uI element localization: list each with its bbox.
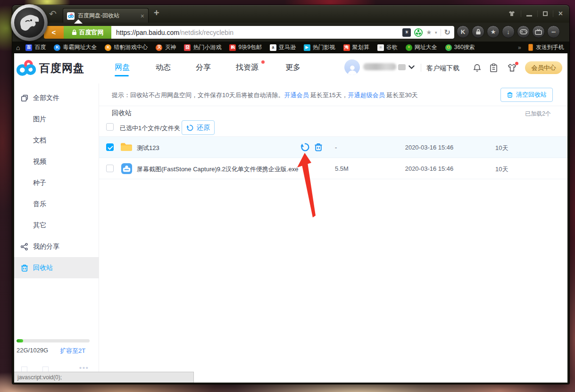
bookmarks-list: 百 百度 K 毒霸网址大全 K 猎豹游戏中心 灭 (25, 43, 516, 51)
tab-close-icon[interactable]: × (141, 12, 144, 20)
avatar[interactable] (344, 59, 360, 75)
tab-feed[interactable]: 动态 (156, 63, 171, 73)
open-svip-link[interactable]: 开通超级会员 (348, 92, 385, 99)
bookmarks-overflow-chevron[interactable]: » (518, 44, 521, 51)
bell-icon[interactable] (473, 63, 482, 73)
bookmark-item[interactable]: 百 百度 (25, 43, 46, 51)
expand-storage-link[interactable]: 扩容至2T (60, 347, 85, 355)
vip-center-button[interactable]: 会员中心 (525, 61, 562, 74)
bookmark-label: 热门影视 (313, 43, 335, 51)
restore-button[interactable]: 还原 (182, 120, 215, 135)
username-blurred (363, 63, 396, 70)
sidebar-item-images[interactable]: 图片 (14, 108, 99, 130)
table-row[interactable]: 屏幕截图(FastStone Capture)9.2汉化单文件便携企业版.exe… (99, 158, 567, 179)
games-button[interactable] (517, 25, 530, 38)
bookmark-label: 热门小游戏 (193, 43, 221, 51)
maximize-button[interactable] (543, 11, 548, 16)
row-checkbox[interactable] (106, 165, 114, 172)
bookmark-favicon-icon: 百 (25, 44, 32, 51)
sidebar-item-torrents[interactable]: 种子 (14, 172, 99, 193)
bookmark-label: 360搜索 (454, 43, 475, 51)
tab-share[interactable]: 分享 (196, 63, 211, 73)
tab-netdisk[interactable]: 网盘 (115, 63, 130, 73)
header-separator (421, 64, 421, 72)
sidebar-item-documents[interactable]: 文档 (14, 130, 99, 151)
add-bookmark-star-icon[interactable]: ★ (426, 29, 432, 36)
exe-file-icon (121, 163, 133, 175)
bookmark-item[interactable]: 灭 灭神 (156, 43, 176, 51)
privacy-lock-button[interactable] (472, 25, 484, 38)
clipboard-icon[interactable] (490, 63, 498, 73)
netdisk-header: 百度网盘 网盘 动态 分享 找资源 更多 客户端下载 (14, 53, 567, 83)
send-to-phone-button[interactable]: 发送到手机 (528, 43, 564, 51)
favorites-button[interactable]: ★ (487, 25, 500, 38)
vip-shirt-icon[interactable] (507, 63, 517, 72)
bookmark-favicon-icon: a (270, 44, 276, 51)
kingsoft-button[interactable]: K (457, 25, 469, 38)
skin-shirt-icon[interactable] (508, 10, 516, 17)
selection-info: 已选中1个文件/文件夹 (120, 124, 180, 133)
user-menu-chevron-icon[interactable] (408, 65, 415, 69)
row-delete-icon[interactable] (314, 142, 323, 152)
row-restore-icon[interactable] (300, 142, 310, 152)
tab-find-resources[interactable]: 找资源 (236, 63, 258, 73)
refresh-icon[interactable]: ↻ (444, 28, 450, 37)
open-vip-link[interactable]: 开通会员 (284, 92, 308, 99)
browser-menu-logo-icon[interactable] (11, 4, 48, 41)
url-input[interactable]: https://pan.baidu.com/netdisk/recyclebin… (111, 26, 454, 39)
bookmark-item[interactable]: ≡ 谷歌 (377, 43, 398, 51)
file-size: 5.5M (335, 165, 349, 172)
row-checkbox[interactable] (106, 143, 114, 151)
tab-more[interactable]: 更多 (285, 63, 300, 73)
bookmark-item[interactable]: a 亚马逊 (270, 43, 296, 51)
bookmark-label: 毒霸网址大全 (63, 43, 97, 51)
url-host: https://pan.baidu.com (116, 29, 179, 36)
window-controls: × (508, 10, 563, 17)
tv-button[interactable] (532, 25, 545, 38)
tab-title: 百度网盘-回收站 (78, 12, 137, 20)
browser-titlebar: ↶ 百度网盘-回收站 × + (12, 5, 569, 23)
bookmark-item[interactable]: 囧 热门小游戏 (184, 43, 221, 51)
url-path: /netdisk/recyclebin (179, 29, 233, 36)
file-name[interactable]: 屏幕截图(FastStone Capture)9.2汉化单文件便携企业版.exe (137, 165, 298, 174)
file-name[interactable]: 测试123 (137, 144, 159, 152)
bookmark-item[interactable]: 购 9块9包邮 (229, 43, 261, 51)
sidebar-item-videos[interactable]: 视频 (14, 151, 99, 172)
titlebar-back-icon[interactable]: ↶ (49, 8, 57, 19)
trash-icon (507, 92, 513, 98)
minimize-button[interactable] (526, 15, 532, 17)
bookmark-item[interactable]: K 毒霸网址大全 (54, 43, 97, 51)
phone-icon (528, 44, 533, 51)
sidebar-item-all-files[interactable]: 全部文件 (14, 87, 99, 108)
site-verified-badge[interactable]: 百度官网 (64, 26, 111, 39)
night-mode-icon[interactable]: ☀ (402, 28, 411, 37)
bookmark-item[interactable]: + 网址大全 (406, 43, 437, 51)
sidebar-item-my-shares[interactable]: 我的分享 (14, 236, 99, 257)
netdisk-brand[interactable]: 百度网盘 (17, 59, 84, 76)
bookmark-item[interactable]: ▶ 热门影视 (304, 43, 335, 51)
downloads-button[interactable]: ↓ (502, 25, 515, 38)
bookmark-item[interactable]: 淘 聚划算 (343, 43, 369, 51)
new-tab-button[interactable]: + (154, 8, 159, 18)
table-row[interactable]: 测试123 - 2020-03-16 15:46 10天 (99, 137, 567, 158)
empty-recycle-bin-button[interactable]: 清空回收站 (500, 88, 553, 102)
lock-icon (72, 29, 77, 35)
sidebar-item-music[interactable]: 音乐 (14, 193, 99, 215)
bookmark-favicon-icon: 淘 (343, 44, 350, 51)
close-button[interactable]: × (558, 10, 563, 17)
sidebar-item-others[interactable]: 其它 (14, 215, 99, 236)
bookmark-favicon-icon: 囧 (184, 44, 191, 51)
status-bar: javascript:void(0); (14, 372, 194, 383)
sidebar-item-recycle-bin[interactable]: 回收站 (14, 257, 99, 278)
safe-wheel-icon[interactable] (414, 28, 423, 37)
select-all-checkbox[interactable] (106, 123, 114, 131)
home-icon[interactable]: ⌂ (16, 44, 20, 51)
winctrl-separator (537, 10, 538, 17)
bookmark-item[interactable]: O 360搜索 (445, 43, 475, 51)
client-download-link[interactable]: 客户端下载 (426, 64, 459, 73)
bookmark-item[interactable]: K 猎豹游戏中心 (105, 43, 148, 51)
address-bar: < 百度官网 https://pan.baidu.com/netdisk/rec… (12, 23, 569, 42)
more-tools-button[interactable]: ••• (547, 25, 560, 38)
bookmark-caret-icon[interactable]: ▾ (435, 30, 437, 35)
notice-text: 提示：回收站不占用网盘空间，文件保存10天后将被自动清除。开通会员 延长至15天… (112, 91, 418, 100)
